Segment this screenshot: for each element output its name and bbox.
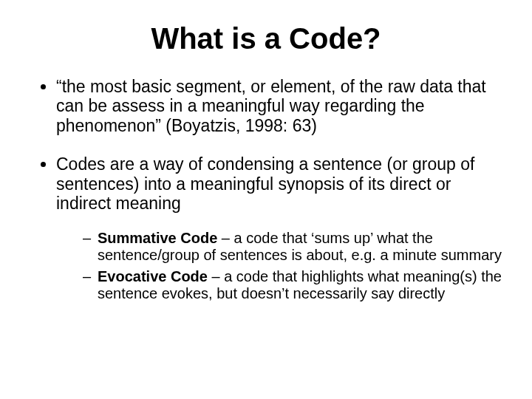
sub-item: Summative Code – a code that ‘sums up’ w… [83,230,502,264]
sub-item: Evocative Code – a code that highlights … [83,268,502,302]
bullet-list: “the most basic segment, or element, of … [30,77,502,321]
sub-label: Summative Code [98,230,217,246]
slide: What is a Code? “the most basic segment,… [0,0,532,399]
sub-label: Evocative Code [98,268,208,284]
bullet-item: Codes are a way of condensing a sentence… [56,154,502,301]
sub-list: Summative Code – a code that ‘sums up’ w… [56,230,502,302]
slide-title: What is a Code? [30,22,502,55]
bullet-item: “the most basic segment, or element, of … [56,77,502,135]
bullet-text: Codes are a way of condensing a sentence… [56,154,474,213]
